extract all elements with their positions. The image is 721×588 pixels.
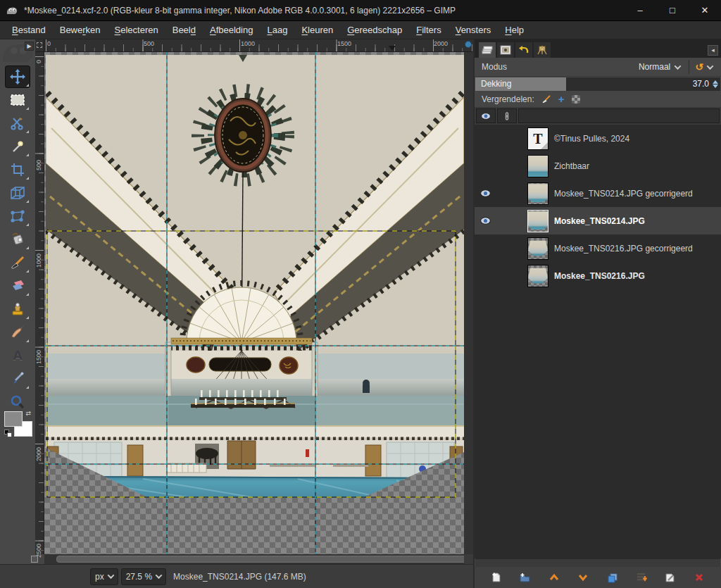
toolbox-tab-menu-button[interactable]: ▶ (25, 42, 34, 51)
rectangle-select-tool[interactable] (6, 89, 30, 111)
zoom-dropdown[interactable]: 27.5 % (121, 568, 166, 585)
horizontal-scrollbar-thumb[interactable] (56, 556, 470, 563)
mode-dropdown[interactable]: Normaal (634, 60, 684, 74)
image-canvas[interactable] (44, 52, 464, 554)
scissors-select-tool[interactable] (6, 113, 30, 134)
layer-row-tns0214-gecorrigeerd[interactable]: Moskee_TNS0214.JPG gecorrigeerd (475, 180, 721, 207)
channels-icon (500, 45, 511, 55)
lock-alpha-icon[interactable] (572, 95, 580, 104)
link-column-header[interactable] (497, 108, 517, 123)
layer-row-tinus-pulles[interactable]: T ©Tinus Pulles, 2024 (475, 125, 721, 152)
close-button[interactable]: ✕ (689, 0, 721, 21)
layer-name[interactable]: Moskee_TNS0214.JPG (554, 216, 645, 226)
horizontal-ruler[interactable]: 0 500 1000 1500 2000 (44, 39, 473, 52)
layer-row-tns0216-gecorrigeerd[interactable]: Moskee_TNS0216.JPG gecorrigeerd (475, 234, 721, 262)
duplicate-icon (607, 573, 618, 583)
hruler-label: 500 (144, 40, 154, 47)
duplicate-layer-button[interactable] (603, 569, 622, 586)
vertical-scrollbar[interactable] (464, 52, 473, 554)
visibility-column-header[interactable] (476, 108, 496, 123)
tab-layers[interactable] (479, 42, 496, 58)
merge-layer-button[interactable] (632, 569, 651, 586)
vruler-label: 2000 (35, 447, 42, 461)
vertical-ruler[interactable]: 0 500 1000 1500 2000 2500 (35, 52, 44, 554)
lock-pixels-icon[interactable] (541, 94, 551, 104)
menu-afbeelding[interactable]: Afbeelding (203, 23, 259, 37)
transform-3d-tool[interactable] (6, 182, 30, 204)
raise-layer-button[interactable] (545, 569, 563, 586)
opacity-spinner[interactable] (712, 78, 719, 89)
hruler-label: 1000 (241, 40, 255, 47)
handle-transform-tool[interactable] (6, 206, 30, 227)
paths-tool[interactable] (6, 322, 30, 343)
lock-position-icon[interactable]: + (558, 96, 565, 103)
menu-help[interactable]: Help (499, 23, 530, 37)
paintbrush-tool[interactable] (6, 252, 30, 273)
eye-icon (480, 189, 491, 197)
menu-kleuren[interactable]: Kleuren (295, 23, 339, 37)
color-picker-tool[interactable] (6, 368, 30, 389)
maximize-button[interactable]: □ (656, 0, 689, 21)
menu-gereedschap[interactable]: Gereedschap (341, 23, 408, 37)
bucket-fill-tool[interactable] (6, 229, 30, 250)
chevron-down-icon (156, 572, 163, 579)
layer-row-tns0216[interactable]: Moskee_TNS0216.JPG (475, 262, 721, 289)
menu-bestand[interactable]: Bestand (6, 23, 52, 37)
eraser-tool[interactable] (6, 275, 30, 296)
layer-name[interactable]: Moskee_TNS0214.JPG gecorrigeerd (554, 189, 693, 199)
mode-switch-group[interactable]: ↺ (689, 60, 718, 74)
layer-row-tns0214[interactable]: Moskee_TNS0214.JPG (475, 207, 721, 234)
fuzzy-select-tool[interactable] (6, 136, 30, 157)
swap-colors-icon[interactable]: ⇄ (25, 410, 31, 417)
menu-vensters[interactable]: Vensters (449, 23, 498, 37)
visibility-toggle[interactable] (475, 189, 496, 197)
layer-name[interactable]: ©Tinus Pulles, 2024 (554, 134, 629, 144)
hruler-label: 2000 (434, 40, 448, 47)
anchor-layer-button[interactable] (661, 569, 679, 586)
horizontal-scrollbar[interactable] (44, 554, 464, 564)
menu-laag[interactable]: Laag (261, 23, 294, 37)
menu-beeld[interactable]: Beeld (166, 23, 202, 37)
menu-filters[interactable]: Filters (410, 23, 447, 37)
gimp-wilber-icon (6, 5, 18, 16)
chevron-down-icon (707, 63, 714, 70)
foreground-color-swatch[interactable] (4, 411, 23, 427)
layer-name[interactable]: Moskee_TNS0216.JPG gecorrigeerd (554, 244, 693, 254)
layer-thumbnail[interactable] (527, 182, 548, 205)
new-layer-button[interactable] (487, 569, 506, 586)
layer-thumbnail[interactable] (527, 210, 548, 232)
status-bar: px 27.5 % Moskee_TNS0214.JPG (147.6 MB) (0, 564, 473, 588)
layer-row-zichtbaar[interactable]: Zichtbaar (475, 152, 721, 180)
layer-thumbnail[interactable]: T (527, 127, 548, 150)
menu-bewerken[interactable]: Bewerken (54, 23, 107, 37)
text-tool[interactable]: A (6, 345, 30, 366)
dock-tab-menu-button[interactable]: ◂ (708, 45, 718, 56)
chevron-down-icon (675, 63, 682, 70)
default-colors-icon[interactable] (4, 430, 12, 437)
layer-thumbnail[interactable] (527, 155, 548, 177)
minimize-button[interactable]: – (624, 0, 656, 21)
selection-toggle-button[interactable] (30, 554, 39, 564)
layer-thumbnail[interactable] (527, 237, 548, 260)
unit-dropdown[interactable]: px (90, 568, 118, 585)
new-layer-group-button[interactable] (516, 569, 534, 586)
visibility-toggle[interactable] (475, 217, 496, 225)
menu-selecteren[interactable]: Selecteren (108, 23, 165, 37)
crop-tool[interactable] (6, 159, 30, 180)
tab-undo-history[interactable] (515, 42, 532, 58)
clone-tool[interactable] (6, 299, 30, 320)
ruler-corner[interactable] (35, 39, 44, 52)
arrow-up-icon (548, 573, 560, 582)
layer-name[interactable]: Moskee_TNS0216.JPG (554, 271, 645, 281)
layer-thumbnail[interactable] (527, 265, 548, 287)
opacity-slider[interactable]: Dekking 37.0 (475, 77, 720, 91)
tab-channels[interactable] (497, 42, 514, 58)
move-tool[interactable] (6, 66, 30, 87)
layer-name[interactable]: Zichtbaar (554, 161, 589, 171)
navigation-button[interactable] (464, 554, 473, 564)
lower-layer-button[interactable] (574, 569, 592, 586)
lock-row: Vergrendelen: + (475, 91, 721, 107)
tab-images[interactable] (534, 42, 551, 58)
zoom-follow-toggle[interactable] (465, 41, 473, 51)
delete-layer-button[interactable] (690, 569, 708, 586)
